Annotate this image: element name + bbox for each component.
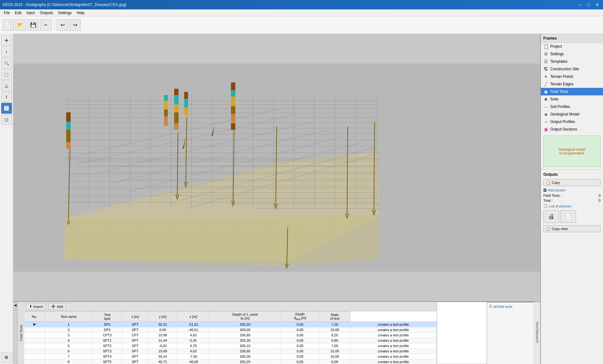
table-cell: -46,00	[177, 359, 209, 364]
table-cell: 10,00	[319, 354, 350, 359]
frame-icon-field-tests: ◉	[543, 89, 548, 94]
table-row[interactable]: ▶1DP1SPT50,31-51,61200,200,007,20creates…	[24, 322, 437, 327]
table-cell: 5	[45, 343, 93, 349]
table-cell: SPT	[122, 322, 148, 327]
frame-item-field-tests[interactable]: ◉Field Tests	[541, 88, 603, 95]
table-cell: 10,00	[319, 327, 350, 333]
frame-label-templates: Templates	[550, 59, 568, 64]
add-button[interactable]: ➕ Add	[48, 303, 66, 310]
print-preview-button[interactable]: 📄	[560, 210, 576, 223]
import-button[interactable]: ⬆ Import	[26, 303, 46, 310]
table-row[interactable]: 8SPT5SPT40,71-46,00200,200,006,00creates…	[24, 359, 437, 364]
copy-view-icon: 📋	[546, 227, 551, 231]
frame-icon-soils: ■	[543, 97, 548, 102]
frame-item-project[interactable]: 📋Project	[541, 43, 603, 50]
table-cell: creates a test profile	[350, 338, 436, 343]
table-row[interactable]: 5SPT2SPT-0,034,78206,100,007,00creates a…	[24, 343, 437, 349]
minimize-button[interactable]: ─	[577, 2, 583, 8]
settings-tool-button[interactable]: ⚙	[1, 352, 12, 363]
cut-button[interactable]: ✂	[40, 19, 52, 31]
3d-viewport[interactable]	[13, 34, 540, 301]
table-cell: SPT3	[92, 349, 122, 354]
frame-item-soils[interactable]: ■Soils	[541, 95, 603, 103]
borehole-dp2	[66, 112, 71, 149]
all-field-tests-panel: ☰ all field tests	[487, 302, 534, 364]
redo-button[interactable]: ↪	[69, 19, 81, 31]
menu-item-help[interactable]: Help	[74, 10, 87, 16]
field-tests-tab[interactable]: Field Tests	[18, 302, 24, 364]
table-cell: 8,20	[319, 333, 350, 338]
bottom-collapse-handle[interactable]: ◀	[13, 302, 18, 364]
frame-item-settings[interactable]: ⚙Settings	[541, 50, 603, 58]
table-row[interactable]: 4SPT1SPT31,446,25205,300,006,80creates a…	[24, 338, 437, 343]
row-selector	[24, 354, 45, 359]
title-text: GEO5 2019 - Stratigraphy [C:\Stahovat\St…	[3, 3, 126, 7]
3d-view-button[interactable]: ⬜	[1, 103, 12, 114]
table-row[interactable]: 7SPT4SPT50,24-7,65200,300,0010,00creates…	[24, 354, 437, 359]
all-field-tests-link[interactable]: ☰ all field tests	[488, 304, 533, 309]
frame-item-geological-model[interactable]: ◈Geological Model	[541, 110, 603, 118]
frame-item-terrain-points[interactable]: ✦Terrain Points	[541, 73, 603, 80]
svg-rect-91	[184, 99, 188, 108]
menu-item-file[interactable]: File	[1, 10, 12, 16]
frame-item-construction-site[interactable]: 🏗Construction Site	[541, 65, 603, 73]
frame-item-output-sections[interactable]: ▣Output Sections	[541, 126, 603, 133]
table-cell: CPT3	[92, 333, 122, 338]
col-depth-d1: Depth of 1. pointd₁ [m]	[209, 312, 281, 322]
save-button[interactable]: 💾	[28, 19, 39, 31]
frame-item-output-profiles[interactable]: ⊸Output Profiles	[541, 118, 603, 126]
menu-item-outputs[interactable]: Outputs	[37, 10, 56, 16]
wireframe-view-button[interactable]: ◻	[1, 114, 12, 125]
frame-label-soils: Soils	[550, 97, 558, 101]
table-row[interactable]: 3CPT3CPT19,884,63206,800,008,20creates a…	[24, 333, 437, 338]
table-row[interactable]: 2DP2SPT0,00-46,51200,000,0010,00creates …	[24, 327, 437, 333]
open-button[interactable]: 📂	[15, 19, 26, 31]
svg-rect-92	[184, 108, 188, 115]
menu-item-edit[interactable]: Edit	[12, 10, 24, 16]
menu-item-settings[interactable]: Settings	[56, 10, 74, 16]
table-cell: 0,00	[281, 354, 319, 359]
table-cell: 0,00	[281, 322, 319, 327]
close-button[interactable]: ✕	[594, 2, 600, 8]
table-cell: 205,30	[209, 338, 281, 343]
menu-item-input[interactable]: Input	[24, 10, 37, 16]
copy-button[interactable]: 📋 Copy	[543, 179, 600, 186]
geo-clipboard-tab[interactable]: GeoClipboard™	[534, 302, 540, 364]
add-icon: ➕	[51, 304, 56, 308]
frame-label-project: Project	[550, 44, 562, 49]
frame-item-templates[interactable]: ☰Templates	[541, 58, 603, 65]
add-picture-label[interactable]: Add picture	[548, 188, 566, 192]
table-cell: 200,30	[209, 354, 281, 359]
table-cell: 50,31	[148, 322, 177, 327]
move-tool-button[interactable]: ✛	[1, 35, 12, 46]
zoom-tool-button[interactable]: 🔍	[1, 58, 12, 68]
table-row[interactable]: 6SPT3SPT19,894,63206,800,0010,00creates …	[24, 349, 437, 354]
table-cell: -46,51	[177, 327, 209, 333]
table-cell: 0,00	[281, 359, 319, 364]
data-table-wrapper[interactable]: No. Test name Testtype x [m] y [m] z [m]…	[24, 311, 437, 364]
table-cell: SPT2	[92, 343, 122, 349]
select-tool-button[interactable]: ⬚	[1, 69, 12, 80]
field-tests-count-row: Field Tests : 0	[541, 193, 603, 198]
frame-label-output-sections: Output Sections	[550, 127, 577, 131]
table-cell: 200,20	[209, 322, 281, 327]
triangle-tool-button[interactable]: △	[1, 80, 12, 91]
rotate-tool-button[interactable]: ↕	[1, 46, 12, 57]
row-selector	[24, 359, 45, 364]
table-cell: creates a test profile	[350, 354, 436, 359]
new-button[interactable]: 📄	[3, 19, 14, 31]
copy-view-button[interactable]: 📋 Copy view	[543, 225, 600, 232]
table-cell: 40,71	[148, 359, 177, 364]
borehole-cpt3	[184, 92, 188, 115]
frame-item-terrain-edges[interactable]: ╱Terrain Edges	[541, 80, 603, 88]
frame-item-soil-profiles[interactable]: —Soil Profiles	[541, 103, 603, 110]
col-depth-dtest: Depthdtest [m]	[281, 312, 319, 322]
print-button[interactable]: 🖨	[543, 210, 559, 223]
line-tool-button[interactable]: ⌇	[1, 92, 12, 102]
list-of-pictures-label[interactable]: List of pictures	[549, 204, 571, 208]
restore-button[interactable]: □	[585, 2, 592, 8]
undo-button[interactable]: ↩	[57, 19, 68, 31]
table-cell: 0,00	[281, 343, 319, 349]
table-cell: 0,00	[281, 327, 319, 333]
row-selector	[24, 338, 45, 343]
